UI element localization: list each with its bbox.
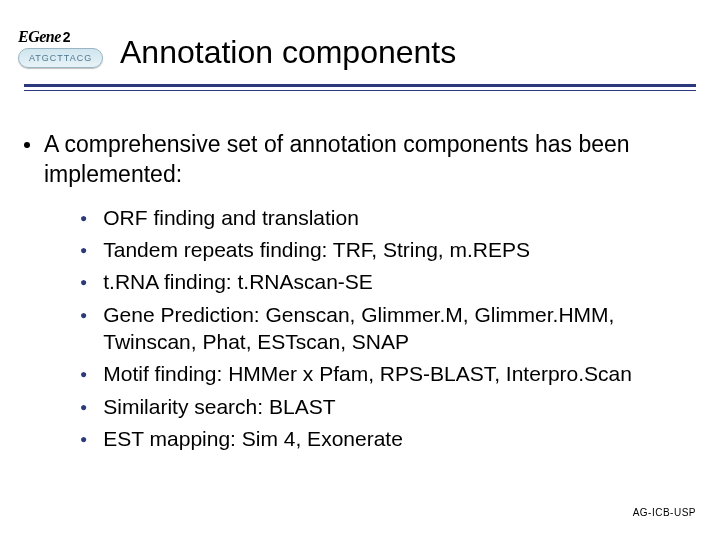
rule-thin — [24, 90, 696, 91]
bullet-dot-icon: ● — [80, 308, 87, 356]
logo-version: 2 — [63, 29, 71, 45]
logo-title: EGene2 — [18, 28, 108, 46]
list-item-text: Tandem repeats finding: TRF, String, m.R… — [103, 236, 696, 263]
bullet-dot-icon: ● — [80, 432, 87, 452]
list-item: ● EST mapping: Sim 4, Exonerate — [80, 425, 696, 452]
list-item: ● Similarity search: BLAST — [80, 393, 696, 420]
list-item-text: EST mapping: Sim 4, Exonerate — [103, 425, 696, 452]
list-item-text: Similarity search: BLAST — [103, 393, 696, 420]
list-item-text: ORF finding and translation — [103, 204, 696, 231]
logo: EGene2 ATGCTTACG — [18, 28, 108, 68]
bullet-dot-icon: ● — [80, 211, 87, 231]
logo-capsule: ATGCTTACG — [18, 48, 103, 68]
slide: EGene2 ATGCTTACG Annotation components A… — [0, 0, 720, 540]
list-item: ● Gene Prediction: Genscan, Glimmer.M, G… — [80, 301, 696, 356]
list-item: ● Motif finding: HMMer x Pfam, RPS-BLAST… — [80, 360, 696, 387]
list-item-text: t.RNA finding: t.RNAscan-SE — [103, 268, 696, 295]
intro-text: A comprehensive set of annotation compon… — [44, 130, 696, 190]
logo-name: EGene — [18, 28, 61, 45]
page-title: Annotation components — [120, 34, 696, 71]
list-item-text: Motif finding: HMMer x Pfam, RPS-BLAST, … — [103, 360, 696, 387]
title-divider — [24, 84, 696, 96]
bullet-disc-icon — [24, 142, 30, 148]
rule-thick — [24, 84, 696, 87]
list-item: ● Tandem repeats finding: TRF, String, m… — [80, 236, 696, 263]
bullet-dot-icon: ● — [80, 367, 87, 387]
bullet-dot-icon: ● — [80, 243, 87, 263]
list-item: ● t.RNA finding: t.RNAscan-SE — [80, 268, 696, 295]
sublist: ● ORF finding and translation ● Tandem r… — [80, 204, 696, 452]
bullet-dot-icon: ● — [80, 275, 87, 295]
intro-bullet: A comprehensive set of annotation compon… — [24, 130, 696, 190]
footer: AG-ICB-USP — [633, 507, 696, 518]
content: A comprehensive set of annotation compon… — [24, 130, 696, 457]
list-item: ● ORF finding and translation — [80, 204, 696, 231]
bullet-dot-icon: ● — [80, 400, 87, 420]
list-item-text: Gene Prediction: Genscan, Glimmer.M, Gli… — [103, 301, 696, 356]
